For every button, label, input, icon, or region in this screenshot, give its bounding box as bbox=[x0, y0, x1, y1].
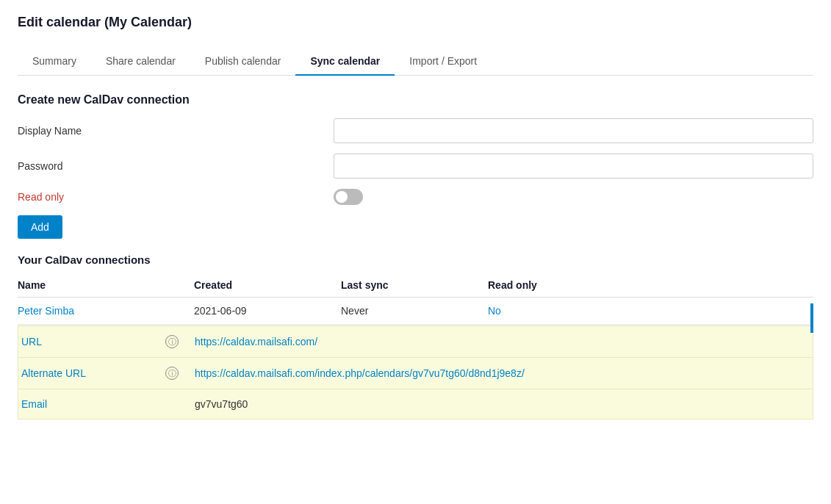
row-created: 2021-06-09 bbox=[194, 305, 341, 317]
detail-email-value: gv7vu7tg60 bbox=[195, 398, 813, 410]
read-only-toggle-wrapper bbox=[334, 189, 363, 205]
col-read-only: Read only bbox=[488, 279, 635, 291]
password-row: Password bbox=[18, 154, 813, 179]
col-actions bbox=[635, 279, 813, 291]
display-name-input[interactable] bbox=[334, 118, 813, 143]
password-input[interactable] bbox=[334, 154, 813, 179]
info-icon-url[interactable]: ⓘ bbox=[165, 335, 179, 348]
read-only-label: Read only bbox=[18, 191, 334, 203]
caldav-connections-section: Your CalDav connections Name Created Las… bbox=[18, 253, 813, 420]
detail-email-row: Email gv7vu7tg60 bbox=[18, 389, 813, 419]
read-only-toggle[interactable] bbox=[334, 189, 363, 205]
create-caldav-title: Create new CalDav connection bbox=[18, 93, 813, 107]
tab-share-calendar[interactable]: Share calendar bbox=[91, 48, 190, 76]
table-row: Peter Simba 2021-06-09 Never No bbox=[18, 298, 813, 325]
tab-summary[interactable]: Summary bbox=[18, 48, 91, 76]
table-row-wrapper: Peter Simba 2021-06-09 Never No bbox=[18, 298, 813, 325]
detail-alt-url-value: https://caldav.mailsafi.com/index.php/ca… bbox=[195, 367, 813, 379]
connections-title: Your CalDav connections bbox=[18, 253, 813, 266]
table-header: Name Created Last sync Read only bbox=[18, 273, 813, 298]
detail-url-value: https://caldav.mailsafi.com/ bbox=[195, 336, 813, 348]
detail-alt-url-row: Alternate URL ⓘ https://caldav.mailsafi.… bbox=[18, 358, 813, 389]
display-name-label: Display Name bbox=[18, 125, 334, 137]
row-name[interactable]: Peter Simba bbox=[18, 305, 194, 317]
display-name-row: Display Name bbox=[18, 118, 813, 143]
create-caldav-section: Create new CalDav connection Display Nam… bbox=[18, 93, 813, 253]
tab-publish-calendar[interactable]: Publish calendar bbox=[190, 48, 296, 76]
read-only-row: Read only bbox=[18, 189, 813, 205]
col-created: Created bbox=[194, 279, 341, 291]
add-button[interactable]: Add bbox=[18, 215, 62, 239]
detail-alt-url-label: Alternate URL bbox=[18, 367, 165, 379]
detail-url-label: URL bbox=[18, 336, 165, 348]
col-last-sync: Last sync bbox=[341, 279, 488, 291]
row-indicator bbox=[810, 303, 813, 333]
tabs-nav: Summary Share calendar Publish calendar … bbox=[18, 48, 813, 76]
row-last-sync: Never bbox=[341, 305, 488, 317]
detail-email-label: Email bbox=[18, 398, 165, 410]
detail-section: URL ⓘ https://caldav.mailsafi.com/ Alter… bbox=[18, 325, 813, 420]
info-icon-alt-url[interactable]: ⓘ bbox=[165, 367, 179, 380]
page-title: Edit calendar (My Calendar) bbox=[18, 15, 813, 30]
detail-url-row: URL ⓘ https://caldav.mailsafi.com/ bbox=[18, 326, 813, 358]
tab-sync-calendar[interactable]: Sync calendar bbox=[295, 48, 395, 76]
toggle-slider bbox=[334, 189, 363, 205]
row-read-only: No bbox=[488, 305, 635, 317]
tab-import-export[interactable]: Import / Export bbox=[395, 48, 492, 76]
col-name: Name bbox=[18, 279, 194, 291]
password-label: Password bbox=[18, 160, 334, 172]
